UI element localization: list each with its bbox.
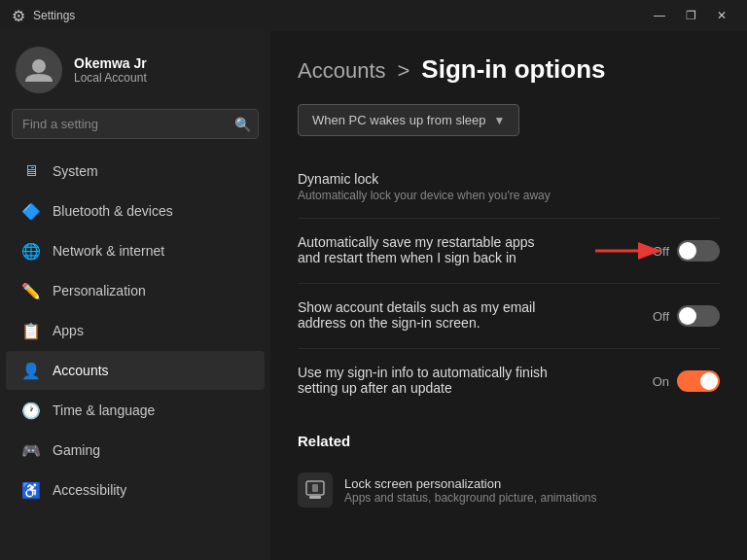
dropdown-arrow-icon: ▼ <box>493 114 505 127</box>
sidebar-item-system[interactable]: 🖥 System <box>6 152 265 191</box>
account-details-title: Show account details such as my email ad… <box>298 299 637 331</box>
signin-info-toggle-label: On <box>653 374 669 389</box>
sleep-dropdown[interactable]: When PC wakes up from sleep ▼ <box>298 104 519 136</box>
related-lock-subtitle: Apps and status, background picture, ani… <box>344 491 597 505</box>
restartable-apps-toggle[interactable] <box>677 240 720 262</box>
titlebar: ⚙ Settings — ❐ ✕ <box>0 0 747 31</box>
sidebar-label-time: Time & language <box>53 402 155 418</box>
content-area: Accounts > Sign-in options When PC wakes… <box>270 31 747 560</box>
related-item-text: Lock screen personalization Apps and sta… <box>344 476 597 505</box>
sidebar-item-network[interactable]: 🌐 Network & internet <box>6 231 265 270</box>
search-box: 🔍 <box>12 109 259 139</box>
bluetooth-icon: 🔷 <box>21 201 41 221</box>
sidebar-label-apps: Apps <box>53 323 84 338</box>
settings-section: Dynamic lock Automatically lock your dev… <box>298 156 720 413</box>
user-info: Okemwa Jr Local Account <box>74 55 147 85</box>
breadcrumb-current: Sign-in options <box>421 54 605 85</box>
minimize-button[interactable]: — <box>646 6 673 25</box>
signin-info-title: Use my sign-in info to automatically fin… <box>298 365 637 396</box>
signin-info-toggle-group: On <box>653 370 720 392</box>
sidebar-item-time[interactable]: 🕐 Time & language <box>6 391 265 430</box>
lock-screen-svg <box>304 479 326 501</box>
user-type: Local Account <box>74 71 147 85</box>
dynamic-lock-title: Dynamic lock <box>298 171 704 187</box>
sidebar-item-apps[interactable]: 📋 Apps <box>6 311 265 350</box>
signin-info-toggle[interactable] <box>677 370 720 392</box>
restartable-apps-text: Automatically save my restartable apps a… <box>298 234 653 267</box>
related-item-lock-screen[interactable]: Lock screen personalization Apps and sta… <box>298 461 720 519</box>
sidebar: Okemwa Jr Local Account 🔍 🖥 System 🔷 Blu… <box>0 31 270 560</box>
monitor-icon: 🖥 <box>21 161 41 181</box>
settings-item-account-details: Show account details such as my email ad… <box>298 284 720 349</box>
related-lock-title: Lock screen personalization <box>344 476 597 491</box>
svg-rect-5 <box>312 484 318 492</box>
account-details-toggle[interactable] <box>677 305 720 327</box>
sidebar-label-accessibility: Accessibility <box>53 482 126 498</box>
svg-point-0 <box>32 59 46 73</box>
sidebar-item-bluetooth[interactable]: 🔷 Bluetooth & devices <box>6 192 265 230</box>
sidebar-label-personalization: Personalization <box>53 283 146 298</box>
svg-rect-4 <box>309 496 321 499</box>
sleep-dropdown-label: When PC wakes up from sleep <box>312 113 485 127</box>
accounts-icon: 👤 <box>21 361 41 380</box>
settings-item-signin-info: Use my sign-in info to automatically fin… <box>298 349 720 413</box>
restartable-apps-title: Automatically save my restartable apps a… <box>298 234 637 265</box>
settings-item-dynamic-lock: Dynamic lock Automatically lock your dev… <box>298 156 720 219</box>
toggle-knob-3 <box>700 372 718 390</box>
settings-item-restartable-apps: Automatically save my restartable apps a… <box>298 219 720 284</box>
gaming-icon: 🎮 <box>21 440 41 460</box>
toggle-knob-2 <box>679 307 696 325</box>
toggle-knob <box>679 242 696 260</box>
signin-info-text: Use my sign-in info to automatically fin… <box>298 365 653 398</box>
sidebar-label-network: Network & internet <box>53 243 164 259</box>
time-icon: 🕐 <box>21 401 41 420</box>
page-header: Accounts > Sign-in options <box>298 54 720 85</box>
titlebar-title: Settings <box>33 9 75 22</box>
sidebar-item-accounts[interactable]: 👤 Accounts <box>6 351 265 390</box>
breadcrumb-parent: Accounts <box>298 58 386 84</box>
lock-screen-icon <box>298 472 333 508</box>
dynamic-lock-text: Dynamic lock Automatically lock your dev… <box>298 171 720 202</box>
dynamic-lock-subtitle: Automatically lock your device when you'… <box>298 189 704 202</box>
main-layout: Okemwa Jr Local Account 🔍 🖥 System 🔷 Blu… <box>0 31 747 560</box>
accessibility-icon: ♿ <box>21 480 41 500</box>
sidebar-item-personalization[interactable]: ✏️ Personalization <box>6 271 265 310</box>
sidebar-item-accessibility[interactable]: ♿ Accessibility <box>6 471 265 509</box>
close-button[interactable]: ✕ <box>708 6 735 25</box>
account-details-toggle-group: Off <box>653 305 720 327</box>
account-details-toggle-label: Off <box>653 309 669 324</box>
search-icon[interactable]: 🔍 <box>234 117 251 132</box>
restartable-apps-toggle-label: Off <box>653 244 669 259</box>
user-name: Okemwa Jr <box>74 55 147 71</box>
sidebar-item-gaming[interactable]: 🎮 Gaming <box>6 431 265 470</box>
restartable-apps-toggle-group: Off <box>653 240 720 262</box>
user-avatar-icon <box>23 54 54 86</box>
sidebar-label-gaming: Gaming <box>53 442 100 458</box>
related-title: Related <box>298 433 720 449</box>
user-profile[interactable]: Okemwa Jr Local Account <box>0 31 270 105</box>
account-details-text: Show account details such as my email ad… <box>298 299 653 332</box>
sidebar-label-bluetooth: Bluetooth & devices <box>53 203 173 219</box>
titlebar-left: ⚙ Settings <box>12 7 75 25</box>
titlebar-controls: — ❐ ✕ <box>646 6 735 25</box>
maximize-button[interactable]: ❐ <box>677 6 704 25</box>
sidebar-label-system: System <box>53 163 98 179</box>
breadcrumb-separator: > <box>398 58 410 84</box>
personalization-icon: ✏️ <box>21 281 41 300</box>
avatar <box>16 47 62 93</box>
apps-icon: 📋 <box>21 321 41 340</box>
sidebar-label-accounts: Accounts <box>53 363 109 378</box>
search-input[interactable] <box>12 109 259 139</box>
wifi-icon: 🌐 <box>21 241 41 261</box>
nav-items: 🖥 System 🔷 Bluetooth & devices 🌐 Network… <box>0 147 270 560</box>
